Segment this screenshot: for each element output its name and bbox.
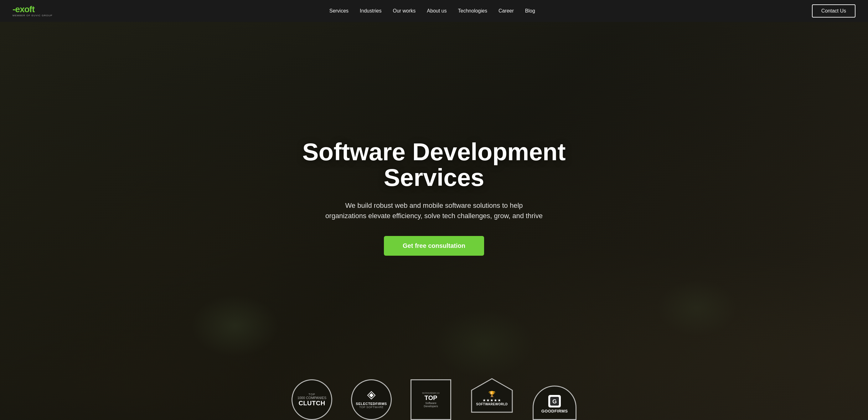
hero-cta-button[interactable]: Get free consultation: [384, 236, 484, 256]
nav-link-our-works[interactable]: Our works: [393, 8, 415, 13]
navbar: -exoft MEMBER OF EUVIC GROUP Services In…: [0, 0, 868, 22]
nav-links: Services Industries Our works About us T…: [330, 8, 535, 14]
trophy-icon: 🏆: [489, 391, 495, 397]
nav-item-about-us[interactable]: About us: [427, 8, 446, 14]
badge-goodfirms-halfcircle: G GoodFirms: [533, 386, 577, 420]
svg-marker-1: [369, 393, 374, 397]
contact-us-button[interactable]: Contact Us: [812, 4, 856, 18]
nav-item-our-works[interactable]: Our works: [393, 8, 415, 14]
badge-selectedfirms-circle: SelectedFirms TOP SOFTWARE: [351, 379, 392, 420]
badge-clutch: TOP 1000 COMPANIES Clutch: [291, 379, 332, 420]
badge-clutch-circle: TOP 1000 COMPANIES Clutch: [291, 379, 332, 420]
nav-item-technologies[interactable]: Technologies: [458, 8, 487, 14]
nav-item-career[interactable]: Career: [498, 8, 514, 14]
badge-softwareworld: 🏆 ★★★★★ SOFTWAREWORLD: [470, 376, 514, 420]
goodfirms-logo: G: [548, 395, 561, 408]
logo[interactable]: -exoft MEMBER OF EUVIC GROUP: [12, 5, 53, 17]
badge-goodfirms: G GoodFirms: [533, 386, 577, 420]
badge-softwareworld-content: 🏆 ★★★★★ SOFTWAREWORLD: [476, 391, 508, 406]
nav-link-industries[interactable]: Industries: [360, 8, 381, 13]
hero-subtitle: We build robust web and mobile software …: [324, 200, 544, 221]
badge-softwareworld-stars: ★★★★★: [483, 398, 501, 402]
nav-link-career[interactable]: Career: [498, 8, 514, 13]
badge-clutch-main: Clutch: [299, 400, 325, 407]
nav-item-blog[interactable]: Blog: [525, 8, 535, 14]
badge-techreviewer-main: Software: [425, 401, 436, 405]
hero-content: Software Development Services We build r…: [293, 139, 575, 256]
hero-section: Software Development Services We build r…: [0, 0, 868, 420]
selectedfirms-icon: [367, 391, 376, 401]
badge-techreviewer-source: techreviewer.co: [422, 391, 440, 394]
nav-link-technologies[interactable]: Technologies: [458, 8, 487, 13]
nav-link-about-us[interactable]: About us: [427, 8, 446, 13]
badge-softwareworld-wrap: 🏆 ★★★★★ SOFTWAREWORLD: [470, 376, 514, 420]
logo-text: -exoft: [12, 5, 53, 14]
badge-techreviewer: techreviewer.co TOP Software Developers: [410, 379, 451, 420]
svg-text:G: G: [552, 398, 557, 405]
nav-item-services[interactable]: Services: [330, 8, 348, 14]
badges-section: TOP 1000 COMPANIES Clutch SelectedFirms …: [0, 376, 868, 420]
nav-link-blog[interactable]: Blog: [525, 8, 535, 13]
badge-clutch-top: TOP: [308, 393, 315, 396]
badge-selectedfirms: SelectedFirms TOP SOFTWARE: [351, 379, 392, 420]
badge-selectedfirms-main: SelectedFirms: [356, 402, 387, 406]
badge-goodfirms-main: GoodFirms: [541, 409, 568, 413]
nav-item-industries[interactable]: Industries: [360, 8, 381, 14]
badge-clutch-number: 1000 COMPANIES: [298, 396, 327, 400]
badge-techreviewer-rank: TOP: [425, 394, 437, 401]
hero-title: Software Development Services: [293, 139, 575, 191]
nav-link-services[interactable]: Services: [330, 8, 348, 13]
logo-sub: MEMBER OF EUVIC GROUP: [12, 14, 53, 17]
badge-techreviewer-sub: Developers: [424, 405, 438, 408]
goodfirms-icon: G: [550, 397, 559, 406]
badge-selectedfirms-sub: TOP SOFTWARE: [359, 406, 383, 409]
badge-softwareworld-main: SOFTWAREWORLD: [476, 402, 508, 406]
badge-techreviewer-rect: techreviewer.co TOP Software Developers: [410, 379, 451, 420]
logo-brand: exoft: [15, 4, 34, 14]
